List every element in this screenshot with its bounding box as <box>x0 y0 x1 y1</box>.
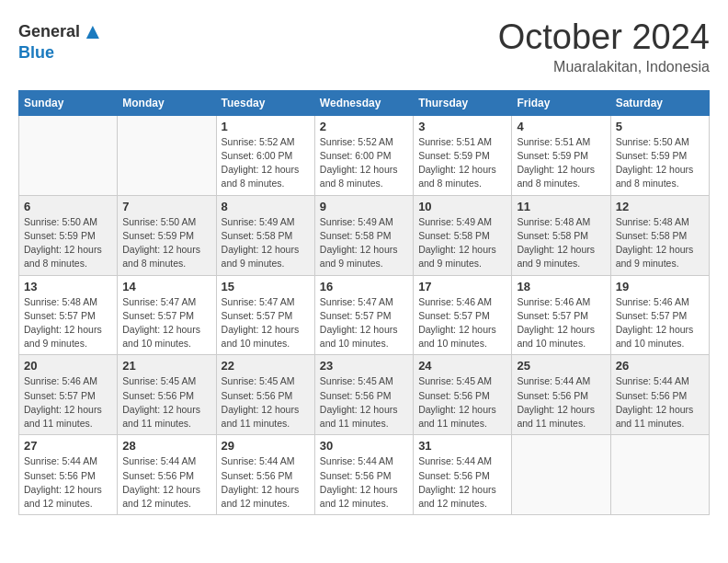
calendar-week-row: 1Sunrise: 5:52 AMSunset: 6:00 PMDaylight… <box>19 115 710 195</box>
day-number: 3 <box>418 120 506 133</box>
table-row: 14Sunrise: 5:47 AMSunset: 5:57 PMDayligh… <box>118 275 216 355</box>
day-number: 28 <box>122 439 210 453</box>
title-block: October 2024 Muaralakitan, Indonesia <box>498 18 710 75</box>
day-number: 14 <box>122 280 210 293</box>
calendar-week-row: 20Sunrise: 5:46 AMSunset: 5:57 PMDayligh… <box>19 355 710 435</box>
table-row: 4Sunrise: 5:51 AMSunset: 5:59 PMDaylight… <box>512 115 610 195</box>
table-row: 13Sunrise: 5:48 AMSunset: 5:57 PMDayligh… <box>19 275 118 355</box>
day-info: Sunrise: 5:52 AMSunset: 6:00 PMDaylight:… <box>222 135 310 191</box>
month-title: October 2024 <box>498 18 710 57</box>
day-number: 19 <box>616 280 704 293</box>
day-info: Sunrise: 5:49 AMSunset: 5:58 PMDaylight:… <box>320 215 408 271</box>
table-row <box>118 115 216 195</box>
table-row: 15Sunrise: 5:47 AMSunset: 5:57 PMDayligh… <box>216 275 314 355</box>
logo-blue: Blue <box>18 43 54 62</box>
calendar-week-row: 13Sunrise: 5:48 AMSunset: 5:57 PMDayligh… <box>19 275 710 355</box>
day-number: 2 <box>320 120 408 133</box>
table-row: 18Sunrise: 5:46 AMSunset: 5:57 PMDayligh… <box>512 275 610 355</box>
day-info: Sunrise: 5:45 AMSunset: 5:56 PMDaylight:… <box>418 374 506 431</box>
day-info: Sunrise: 5:47 AMSunset: 5:57 PMDaylight:… <box>122 295 210 351</box>
day-number: 5 <box>616 120 704 133</box>
header-monday: Monday <box>118 90 216 115</box>
day-number: 27 <box>24 439 112 453</box>
day-number: 10 <box>418 200 506 213</box>
day-number: 23 <box>320 359 408 373</box>
calendar-header-row: Sunday Monday Tuesday Wednesday Thursday… <box>19 90 710 115</box>
day-info: Sunrise: 5:47 AMSunset: 5:57 PMDaylight:… <box>320 295 408 351</box>
day-info: Sunrise: 5:48 AMSunset: 5:58 PMDaylight:… <box>517 215 605 271</box>
table-row: 7Sunrise: 5:50 AMSunset: 5:59 PMDaylight… <box>118 195 216 275</box>
table-row: 21Sunrise: 5:45 AMSunset: 5:56 PMDayligh… <box>118 355 216 435</box>
table-row: 27Sunrise: 5:44 AMSunset: 5:56 PMDayligh… <box>19 435 118 515</box>
day-number: 17 <box>418 280 506 293</box>
day-info: Sunrise: 5:44 AMSunset: 5:56 PMDaylight:… <box>517 374 605 431</box>
location-title: Muaralakitan, Indonesia <box>498 59 710 75</box>
table-row: 6Sunrise: 5:50 AMSunset: 5:59 PMDaylight… <box>19 195 118 275</box>
table-row: 28Sunrise: 5:44 AMSunset: 5:56 PMDayligh… <box>118 435 216 515</box>
table-row: 16Sunrise: 5:47 AMSunset: 5:57 PMDayligh… <box>314 275 413 355</box>
day-number: 7 <box>122 200 210 213</box>
page-header: General ▲ Blue October 2024 Muaralakitan… <box>18 18 710 75</box>
table-row: 22Sunrise: 5:45 AMSunset: 5:56 PMDayligh… <box>216 355 314 435</box>
day-info: Sunrise: 5:49 AMSunset: 5:58 PMDaylight:… <box>222 215 310 271</box>
day-info: Sunrise: 5:48 AMSunset: 5:58 PMDaylight:… <box>616 215 704 271</box>
calendar-table: Sunday Monday Tuesday Wednesday Thursday… <box>18 90 710 515</box>
table-row: 5Sunrise: 5:50 AMSunset: 5:59 PMDaylight… <box>610 115 709 195</box>
calendar-week-row: 27Sunrise: 5:44 AMSunset: 5:56 PMDayligh… <box>19 435 710 515</box>
logo-general: General <box>18 23 80 40</box>
day-number: 11 <box>517 200 605 213</box>
day-number: 4 <box>517 120 605 133</box>
day-number: 24 <box>418 359 506 373</box>
day-info: Sunrise: 5:46 AMSunset: 5:57 PMDaylight:… <box>616 295 704 351</box>
day-info: Sunrise: 5:48 AMSunset: 5:57 PMDaylight:… <box>24 295 112 351</box>
header-wednesday: Wednesday <box>314 90 413 115</box>
table-row: 3Sunrise: 5:51 AMSunset: 5:59 PMDaylight… <box>414 115 512 195</box>
table-row: 30Sunrise: 5:44 AMSunset: 5:56 PMDayligh… <box>314 435 413 515</box>
header-sunday: Sunday <box>19 90 118 115</box>
table-row <box>19 115 118 195</box>
day-number: 30 <box>320 439 408 453</box>
day-info: Sunrise: 5:44 AMSunset: 5:56 PMDaylight:… <box>122 454 210 511</box>
day-number: 15 <box>222 280 310 293</box>
day-info: Sunrise: 5:45 AMSunset: 5:56 PMDaylight:… <box>122 374 210 431</box>
day-number: 26 <box>616 359 704 373</box>
day-number: 20 <box>24 359 112 373</box>
day-info: Sunrise: 5:46 AMSunset: 5:57 PMDaylight:… <box>418 295 506 351</box>
day-number: 18 <box>517 280 605 293</box>
day-info: Sunrise: 5:44 AMSunset: 5:56 PMDaylight:… <box>222 454 310 511</box>
day-number: 12 <box>616 200 704 213</box>
day-info: Sunrise: 5:50 AMSunset: 5:59 PMDaylight:… <box>122 215 210 271</box>
day-info: Sunrise: 5:47 AMSunset: 5:57 PMDaylight:… <box>222 295 310 351</box>
day-info: Sunrise: 5:44 AMSunset: 5:56 PMDaylight:… <box>24 454 112 511</box>
day-number: 6 <box>24 200 112 213</box>
table-row: 8Sunrise: 5:49 AMSunset: 5:58 PMDaylight… <box>216 195 314 275</box>
table-row: 24Sunrise: 5:45 AMSunset: 5:56 PMDayligh… <box>414 355 512 435</box>
table-row: 1Sunrise: 5:52 AMSunset: 6:00 PMDaylight… <box>216 115 314 195</box>
table-row: 23Sunrise: 5:45 AMSunset: 5:56 PMDayligh… <box>314 355 413 435</box>
day-info: Sunrise: 5:44 AMSunset: 5:56 PMDaylight:… <box>616 374 704 431</box>
day-number: 9 <box>320 200 408 213</box>
day-info: Sunrise: 5:46 AMSunset: 5:57 PMDaylight:… <box>517 295 605 351</box>
day-info: Sunrise: 5:50 AMSunset: 5:59 PMDaylight:… <box>24 215 112 271</box>
table-row: 10Sunrise: 5:49 AMSunset: 5:58 PMDayligh… <box>414 195 512 275</box>
table-row: 12Sunrise: 5:48 AMSunset: 5:58 PMDayligh… <box>610 195 709 275</box>
header-saturday: Saturday <box>610 90 709 115</box>
header-friday: Friday <box>512 90 610 115</box>
table-row: 31Sunrise: 5:44 AMSunset: 5:56 PMDayligh… <box>414 435 512 515</box>
day-number: 8 <box>222 200 310 213</box>
table-row: 17Sunrise: 5:46 AMSunset: 5:57 PMDayligh… <box>414 275 512 355</box>
table-row <box>512 435 610 515</box>
day-info: Sunrise: 5:45 AMSunset: 5:56 PMDaylight:… <box>222 374 310 431</box>
logo: General ▲ Blue <box>18 18 104 62</box>
day-info: Sunrise: 5:44 AMSunset: 5:56 PMDaylight:… <box>320 454 408 511</box>
day-info: Sunrise: 5:44 AMSunset: 5:56 PMDaylight:… <box>418 454 506 511</box>
table-row: 29Sunrise: 5:44 AMSunset: 5:56 PMDayligh… <box>216 435 314 515</box>
day-info: Sunrise: 5:45 AMSunset: 5:56 PMDaylight:… <box>320 374 408 431</box>
header-tuesday: Tuesday <box>216 90 314 115</box>
logo-icon: ▲ <box>82 18 104 44</box>
day-number: 25 <box>517 359 605 373</box>
day-number: 31 <box>418 439 506 453</box>
day-info: Sunrise: 5:46 AMSunset: 5:57 PMDaylight:… <box>24 374 112 431</box>
day-number: 13 <box>24 280 112 293</box>
table-row: 26Sunrise: 5:44 AMSunset: 5:56 PMDayligh… <box>610 355 709 435</box>
